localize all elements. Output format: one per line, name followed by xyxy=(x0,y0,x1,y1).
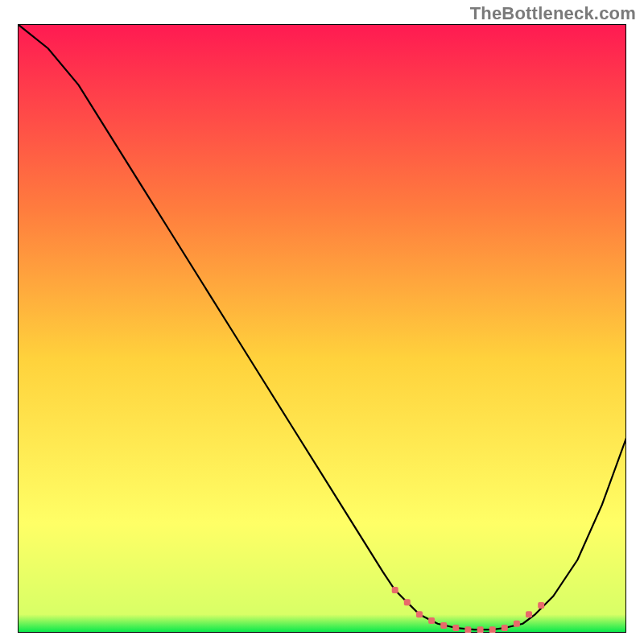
optimal-marker xyxy=(404,599,411,605)
optimal-marker xyxy=(464,626,471,633)
optimal-marker xyxy=(477,626,484,633)
chart-plot-area xyxy=(18,24,626,633)
optimal-marker xyxy=(538,602,544,609)
optimal-marker xyxy=(416,611,423,617)
optimal-marker xyxy=(514,621,520,627)
optimal-marker xyxy=(392,587,398,593)
optimal-marker xyxy=(428,617,435,624)
optimal-marker xyxy=(502,625,508,631)
optimal-marker xyxy=(452,625,459,631)
chart-frame: TheBottleneck.com xyxy=(0,0,644,644)
chart-svg xyxy=(18,24,626,633)
gradient-background xyxy=(18,24,626,633)
optimal-marker xyxy=(489,626,496,633)
watermark-text: TheBottleneck.com xyxy=(470,3,636,24)
optimal-marker xyxy=(440,622,447,629)
optimal-marker xyxy=(526,611,532,617)
